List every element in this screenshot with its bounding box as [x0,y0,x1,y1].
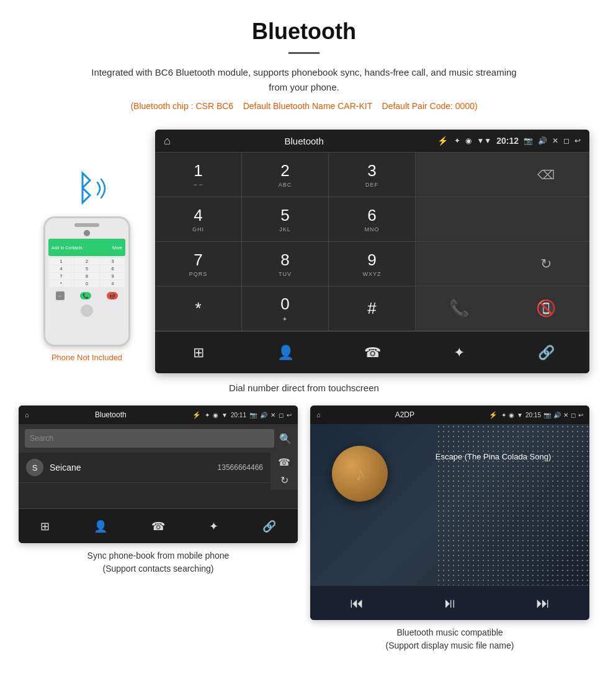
pb-contact-row[interactable]: S Seicane 13566664466 [19,453,270,483]
bottom-screenshots: ⌂ Bluetooth ⚡ ✦ ◉ ▼ 20:11 📷 🔊 ✕ ◻ ↩ [0,405,608,652]
spec-chip: (Bluetooth chip : CSR BC6 [130,101,233,111]
pb-bottom-grid[interactable]: ⊞ [40,520,50,533]
dialpad-bottom-bar[interactable]: ⊞ 👤 ☎ ✦ 🔗 [155,331,589,373]
music-play-icon[interactable]: ⏯ [443,595,457,611]
dial-key-5[interactable]: 5 JKL [242,197,329,242]
dial-status-bar: ⌂ Bluetooth ⚡ ✦ ◉ ▼▼ 20:12 📷 🔊 ✕ ◻ ↩ [155,130,589,152]
dialpad-grid[interactable]: 1 ∽∽ 2 ABC 3 DEF ⌫ 4 GHI 5 JKL [155,152,589,331]
pb-contact-phone: 13566664466 [218,463,263,472]
phonebook-caption-line1: Sync phone-book from mobile phone [19,549,298,562]
window-icon[interactable]: ◻ [563,136,570,145]
dial-call-red[interactable]: 📵 [503,286,589,331]
dial-refresh[interactable]: ↻ [503,242,589,286]
pb-bottom-link[interactable]: 🔗 [262,520,276,533]
dial-key-1[interactable]: 1 ∽∽ [155,153,242,197]
pb-usb-icon: ⚡ [192,411,201,419]
phonebook-screen[interactable]: ⌂ Bluetooth ⚡ ✦ ◉ ▼ 20:11 📷 🔊 ✕ ◻ ↩ [19,405,298,543]
music-win-icon[interactable]: ◻ [571,412,576,419]
dial-key-0[interactable]: 0 + [242,286,329,331]
pb-contact-letter: S [26,459,43,476]
key-6: 6 [100,265,125,272]
phonebook-block: ⌂ Bluetooth ⚡ ✦ ◉ ▼ 20:11 📷 🔊 ✕ ◻ ↩ [19,405,298,652]
bottom-bluetooth-icon[interactable]: ✦ [444,337,475,368]
bluetooth-specs: (Bluetooth chip : CSR BC6 Default Blueto… [12,101,596,111]
dial-num-4: 4 [194,206,202,225]
pb-close-icon[interactable]: ✕ [270,412,275,419]
dial-empty-3 [503,197,589,242]
title-divider [288,52,320,54]
pb-title: Bluetooth [33,410,189,419]
bottom-grid-icon[interactable]: ⊞ [183,337,214,368]
music-caption: Bluetooth music compatible (Support disp… [310,626,589,652]
dial-num-0: 0 [280,295,289,314]
music-screen[interactable]: ⌂ A2DP ⚡ ✦ ◉ ▼ 20:15 📷 🔊 ✕ ◻ ↩ [310,405,589,620]
music-next-icon[interactable]: ⏭ [536,595,550,611]
pb-search-icon[interactable]: 🔍 [279,433,292,445]
bluetooth-signal-svg [59,167,115,210]
music-close-icon[interactable]: ✕ [563,412,568,419]
bluetooth-signal-area [59,167,115,210]
pb-search-input[interactable]: Search [25,429,274,448]
phone-mockup: Add to Contacts More 1 2 3 4 5 6 7 8 9 *… [43,216,130,347]
dial-backspace[interactable]: ⌫ [503,153,589,197]
dial-key-6[interactable]: 6 MNO [329,197,416,242]
music-status-icons: ✦ ◉ ▼ 20:15 📷 🔊 ✕ ◻ ↩ [501,412,583,419]
music-home-icon[interactable]: ⌂ [316,411,321,419]
signal-icon: ▼▼ [476,136,491,145]
pb-contact-name: Seicane [50,463,218,472]
phone-back-btn: ← [56,291,65,300]
page-title: Bluetooth [12,19,596,45]
pb-call-right-icon[interactable]: ☎ [278,456,290,468]
dial-home-icon[interactable]: ⌂ [164,135,171,148]
key-1: 1 [48,258,74,265]
bottom-contacts-icon[interactable]: 👤 [270,337,301,368]
dial-key-4[interactable]: 4 GHI [155,197,242,242]
dial-key-9[interactable]: 9 WXYZ [329,242,416,286]
dial-call-green[interactable]: 📞 [416,286,503,331]
music-prev-icon[interactable]: ⏮ [350,595,364,611]
dial-key-8[interactable]: 8 TUV [242,242,329,286]
bottom-phone-icon[interactable]: ☎ [357,337,388,368]
dial-num-9: 9 [367,250,376,270]
phonebook-caption: Sync phone-book from mobile phone (Suppo… [19,549,298,575]
phone-keypad: 1 2 3 4 5 6 7 8 9 * 0 # [48,258,125,287]
pb-time: 20:11 [231,412,246,419]
dial-num-1: 1 [194,161,202,180]
music-sig-icon: ▼ [517,412,523,419]
car-dial-screen[interactable]: ⌂ Bluetooth ⚡ ✦ ◉ ▼▼ 20:12 📷 🔊 ✕ ◻ ↩ 1 ∽… [155,130,589,373]
music-controls[interactable]: ⏮ ⏯ ⏭ [310,585,589,620]
pb-bottom-bt[interactable]: ✦ [209,520,218,533]
key-8: 8 [74,273,100,280]
pb-bottom-bar[interactable]: ⊞ 👤 ☎ ✦ 🔗 [19,508,298,543]
dial-key-hash[interactable]: # [329,286,416,331]
music-content: ♪ Escape (The Pina Colada Song) [310,424,589,517]
camera-icon: 📷 [524,136,533,145]
phone-not-included-label: Phone Not Included [51,353,122,362]
pb-bottom-phone[interactable]: ☎ [151,520,165,533]
dial-empty-4 [416,242,503,286]
dial-key-3[interactable]: 3 DEF [329,153,416,197]
key-0: 0 [74,280,100,287]
dial-key-7[interactable]: 7 PQRS [155,242,242,286]
bottom-link-icon[interactable]: 🔗 [530,337,561,368]
pb-back-icon[interactable]: ↩ [287,412,292,419]
pb-status-bar: ⌂ Bluetooth ⚡ ✦ ◉ ▼ 20:11 📷 🔊 ✕ ◻ ↩ [19,405,298,424]
pb-contact-list: S Seicane 13566664466 [19,453,270,508]
music-caption-line2: (Support display music file name) [310,639,589,652]
pb-bottom-contacts[interactable]: 👤 [94,520,107,533]
pb-win-icon[interactable]: ◻ [279,412,284,419]
back-icon[interactable]: ↩ [574,136,581,145]
dial-key-2[interactable]: 2 ABC [242,153,329,197]
dial-num-5: 5 [280,206,289,225]
dial-status-icons: ✦ ◉ ▼▼ 20:12 📷 🔊 ✕ ◻ ↩ [454,136,581,146]
close-btn-icon[interactable]: ✕ [552,136,558,145]
music-back-icon[interactable]: ↩ [578,412,583,419]
pb-refresh-right-icon[interactable]: ↻ [280,474,288,486]
pb-bt-icon: ✦ [205,412,210,419]
pb-home-icon[interactable]: ⌂ [25,411,29,419]
phone-screen-top: Add to Contacts More [48,239,125,256]
dial-key-star[interactable]: * [155,286,242,331]
music-bg: ♪ Escape (The Pina Colada Song) [310,424,589,585]
location-icon: ◉ [465,136,472,145]
backspace-icon: ⌫ [537,167,555,182]
